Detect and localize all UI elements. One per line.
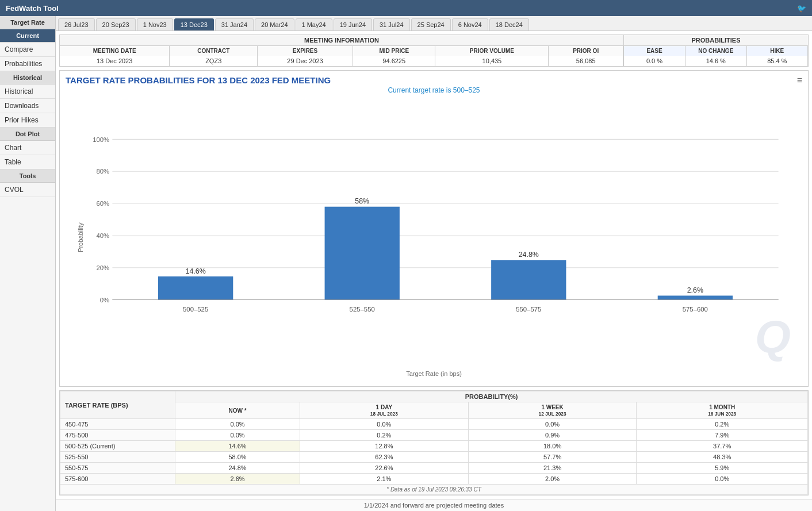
date-tab-31jul24[interactable]: 31 Jul24 bbox=[373, 18, 410, 30]
mi-cell: ZQZ3 bbox=[170, 56, 258, 66]
chart-inner: 0%20%40%60%80%100%14.6%500–52558%525–550… bbox=[89, 94, 802, 363]
date-tab-13dec23[interactable]: 13 Dec23 bbox=[174, 18, 214, 30]
date-tab-1nov23[interactable]: 1 Nov23 bbox=[137, 18, 173, 30]
table-cell-now: 0.0% bbox=[175, 430, 300, 441]
table-cell-rate: 475-500 bbox=[60, 430, 175, 441]
table-cell-1month: 48.3% bbox=[637, 452, 808, 463]
sidebar-item-cvol[interactable]: CVOL bbox=[0, 183, 55, 197]
svg-text:525–550: 525–550 bbox=[350, 306, 375, 313]
col-header-target: TARGET RATE (BPS) bbox=[60, 391, 175, 419]
prob-cell: 14.6 % bbox=[685, 56, 747, 66]
probability-table: TARGET RATE (BPS) PROBABILITY(%) NOW * 1… bbox=[60, 391, 808, 495]
table-cell-1month: 5.9% bbox=[637, 463, 808, 474]
mi-cell: 94.6225 bbox=[353, 56, 435, 66]
svg-text:575–600: 575–600 bbox=[683, 306, 708, 313]
date-tab-20mar24[interactable]: 20 Mar24 bbox=[255, 18, 294, 30]
table-row: 475-5000.0%0.2%0.9%7.9% bbox=[60, 430, 808, 441]
table-cell-1day: 62.3% bbox=[300, 452, 469, 463]
date-tab-25sep24[interactable]: 25 Sep24 bbox=[411, 18, 451, 30]
mi-cell: 56,085 bbox=[549, 56, 623, 66]
svg-rect-18 bbox=[491, 260, 566, 299]
sidebar-item-probabilities[interactable]: Probabilities bbox=[0, 57, 55, 71]
sidebar: Target Rate Current Compare Probabilitie… bbox=[0, 16, 56, 511]
topbar: FedWatch Tool 🐦 bbox=[0, 0, 812, 16]
chart-area: TARGET RATE PROBABILITIES FOR 13 DEC 202… bbox=[59, 70, 809, 387]
prob-cell: 85.4 % bbox=[746, 56, 808, 66]
meeting-info-title: MEETING INFORMATION bbox=[60, 35, 623, 46]
table-row: 525-55058.0%62.3%57.7%48.3% bbox=[60, 452, 808, 463]
col-header-1month: 1 MONTH16 JUN 2023 bbox=[637, 402, 808, 419]
table-cell-1week: 57.7% bbox=[468, 452, 637, 463]
date-tab-20sep23[interactable]: 20 Sep23 bbox=[96, 18, 136, 30]
date-tab-6nov24[interactable]: 6 Nov24 bbox=[452, 18, 488, 30]
bar-chart: 0%20%40%60%80%100%14.6%500–52558%525–550… bbox=[89, 94, 802, 363]
svg-rect-15 bbox=[325, 207, 400, 300]
table-cell-rate: 450-475 bbox=[60, 419, 175, 430]
col-header-probability: PROBABILITY(%) bbox=[175, 391, 808, 402]
x-axis-label: Target Rate (in bps) bbox=[406, 370, 462, 377]
sidebar-item-compare[interactable]: Compare bbox=[0, 43, 55, 57]
sidebar-section-historical: Historical bbox=[0, 71, 55, 84]
date-tab-19jun24[interactable]: 19 Jun24 bbox=[334, 18, 372, 30]
date-tab-26jul23[interactable]: 26 Jul23 bbox=[58, 18, 95, 30]
mi-cell: 13 Dec 2023 bbox=[60, 56, 170, 66]
table-cell-1month: 0.2% bbox=[637, 419, 808, 430]
svg-rect-21 bbox=[658, 295, 733, 299]
table-cell-now: 2.6% bbox=[175, 474, 300, 485]
meeting-info-table: MEETING DATECONTRACTEXPIRESMID PRICEPRIO… bbox=[60, 46, 623, 66]
table-cell-1day: 2.1% bbox=[300, 474, 469, 485]
svg-text:58%: 58% bbox=[355, 197, 369, 205]
main-content: 26 Jul2320 Sep231 Nov2313 Dec2331 Jan242… bbox=[56, 16, 812, 511]
prob-header: EASE bbox=[624, 46, 685, 56]
mi-cell: 10,435 bbox=[435, 56, 549, 66]
footer-note: 1/1/2024 and forward are projected meeti… bbox=[56, 499, 812, 511]
table-cell-1day: 0.2% bbox=[300, 430, 469, 441]
table-row: 500-525 (Current)14.6%12.8%18.0%37.7% bbox=[60, 441, 808, 452]
date-tab-1may24[interactable]: 1 May24 bbox=[296, 18, 332, 30]
svg-text:24.8%: 24.8% bbox=[519, 251, 539, 259]
table-cell-1day: 12.8% bbox=[300, 441, 469, 452]
table-cell-now: 14.6% bbox=[175, 441, 300, 452]
table-cell-1week: 21.3% bbox=[468, 463, 637, 474]
svg-text:80%: 80% bbox=[96, 168, 109, 175]
chart-subtitle: Current target rate is 500–525 bbox=[60, 86, 808, 94]
sidebar-target-rate-header[interactable]: Target Rate bbox=[0, 16, 55, 29]
sidebar-item-chart[interactable]: Chart bbox=[0, 141, 55, 155]
col-header-now: NOW * bbox=[175, 402, 300, 419]
sidebar-item-historical[interactable]: Historical bbox=[0, 84, 55, 99]
table-cell-now: 24.8% bbox=[175, 463, 300, 474]
prob-table-footnote: * Data as of 19 Jul 2023 09:26:33 CT bbox=[60, 485, 808, 495]
table-cell-now: 0.0% bbox=[175, 419, 300, 430]
table-cell-rate: 550-575 bbox=[60, 463, 175, 474]
sidebar-section-tools: Tools bbox=[0, 170, 55, 183]
mi-header: MEETING DATE bbox=[60, 46, 170, 56]
table-cell-1week: 0.9% bbox=[468, 430, 637, 441]
sidebar-item-downloads[interactable]: Downloads bbox=[0, 99, 55, 113]
table-cell-rate: 500-525 (Current) bbox=[60, 441, 175, 452]
twitter-icon[interactable]: 🐦 bbox=[797, 4, 806, 13]
chart-menu-icon[interactable]: ≡ bbox=[797, 75, 802, 86]
table-row: 550-57524.8%22.6%21.3%5.9% bbox=[60, 463, 808, 474]
table-row: 450-4750.0%0.0%0.0%0.2% bbox=[60, 419, 808, 430]
date-tab-31jan24[interactable]: 31 Jan24 bbox=[215, 18, 254, 30]
prob-table-container: TARGET RATE (BPS) PROBABILITY(%) NOW * 1… bbox=[59, 390, 809, 495]
table-cell-1month: 7.9% bbox=[637, 430, 808, 441]
mi-header: PRIOR VOLUME bbox=[435, 46, 549, 56]
table-row: 575-6002.6%2.1%2.0%0.0% bbox=[60, 474, 808, 485]
col-header-1week: 1 WEEK12 JUL 2023 bbox=[468, 402, 637, 419]
date-tab-18dec24[interactable]: 18 Dec24 bbox=[489, 18, 529, 30]
col-header-1day: 1 DAY18 JUL 2023 bbox=[300, 402, 469, 419]
svg-text:20%: 20% bbox=[96, 264, 109, 271]
table-cell-1week: 18.0% bbox=[468, 441, 637, 452]
svg-text:14.6%: 14.6% bbox=[186, 267, 206, 275]
table-cell-rate: 575-600 bbox=[60, 474, 175, 485]
sidebar-item-prior-hikes[interactable]: Prior Hikes bbox=[0, 113, 55, 128]
sidebar-item-table[interactable]: Table bbox=[0, 155, 55, 170]
table-cell-1week: 2.0% bbox=[468, 474, 637, 485]
mi-cell: 29 Dec 2023 bbox=[258, 56, 353, 66]
meeting-info-panel: MEETING INFORMATION MEETING DATECONTRACT… bbox=[59, 34, 809, 67]
prob-cell: 0.0 % bbox=[624, 56, 685, 66]
chart-container: Probability 0%20%40%60%80%100%14.6%500–5… bbox=[60, 94, 808, 380]
table-cell-rate: 525-550 bbox=[60, 452, 175, 463]
table-cell-now: 58.0% bbox=[175, 452, 300, 463]
